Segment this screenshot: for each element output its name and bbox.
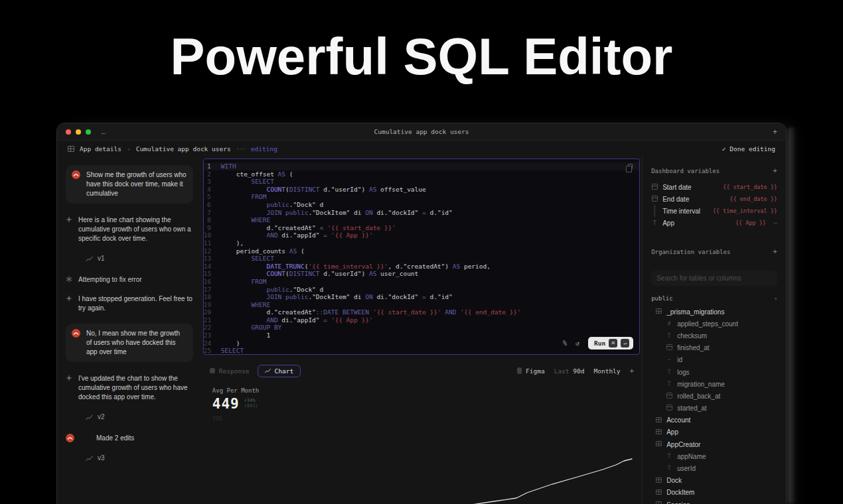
chat-text: Attempting to fix error [78, 275, 142, 284]
code-token: ) [221, 340, 240, 347]
schema-public-header[interactable]: public ▾ [651, 295, 777, 302]
schema-table-row[interactable]: Dock [651, 475, 777, 487]
code-line[interactable]: 11 ), [204, 239, 639, 247]
code-area[interactable]: 1WITH2 cte_offset AS (3 SELECT4 COUNT(DI… [204, 159, 639, 355]
schema-column-row[interactable]: TuserId [651, 462, 777, 474]
code-line[interactable]: 18 JOIN public."DockItem" di ON di."dock… [204, 293, 639, 301]
variable-more-icon[interactable]: ··· [773, 220, 777, 226]
tab-chart[interactable]: Chart [258, 365, 301, 377]
code-token: AS [278, 170, 285, 178]
code-line[interactable]: 22 GROUP BY [204, 324, 639, 332]
code-line[interactable]: 20 d."createdAt"::DATE BETWEEN '{{ start… [204, 308, 639, 316]
variable-row[interactable]: TApp{{ App }}··· [651, 217, 777, 229]
line-number: 9 [204, 224, 221, 232]
code-token: ."DockItem" di [308, 209, 365, 217]
code-line[interactable]: 21 AND di."appId" = '{{ App }}' [204, 316, 639, 324]
code-line[interactable]: 8 WHERE [204, 216, 639, 224]
minimize-window-button[interactable] [76, 129, 81, 135]
code-line[interactable]: 14 DATE_TRUNC('{{ time_interval }}', d."… [204, 263, 639, 271]
code-token: ON [365, 293, 372, 301]
table-icon [656, 308, 662, 314]
user-avatar-icon [72, 329, 80, 338]
run-button[interactable]: Run ⌘ ↵ [588, 337, 633, 349]
breadcrumb-query-name[interactable]: Cumulative app dock users [136, 145, 231, 153]
add-dashboard-variable-button[interactable]: + [773, 166, 777, 175]
copy-icon[interactable] [628, 164, 633, 169]
schema-item-label: App [666, 428, 678, 436]
interval-select[interactable]: Monthly [594, 367, 621, 375]
text-type-icon: T [666, 454, 672, 460]
chat-item-version[interactable]: v3 [86, 454, 193, 463]
add-view-button[interactable]: + [630, 367, 635, 375]
schema-table-row[interactable]: Account [651, 414, 777, 426]
schema-table-row[interactable]: AppCreator [651, 438, 777, 450]
code-token: ( [297, 247, 304, 255]
add-organization-variable-button[interactable]: + [773, 247, 777, 256]
schema-table-row[interactable]: DockItem [651, 487, 777, 499]
new-tab-button[interactable]: + [773, 127, 777, 137]
code-token: DISTINCT [289, 270, 320, 278]
tab-response[interactable]: Response [210, 367, 250, 375]
chat-text: I've updated the chart to show the cumul… [78, 374, 193, 402]
schema-search-input[interactable] [656, 275, 772, 282]
chat-text: Here is a line chart showing the cumulat… [78, 216, 193, 243]
line-number: 16 [204, 278, 221, 286]
schema-column-row[interactable]: Tchecksum [651, 330, 777, 342]
schema-column-row[interactable]: Tmigration_name [651, 378, 777, 390]
code-token [221, 270, 267, 278]
chat-item-version[interactable]: v2 [86, 412, 193, 422]
figma-toggle[interactable]: Figma [517, 367, 545, 375]
schema-column-row[interactable]: rolled_back_at [651, 390, 777, 402]
chat-item-version[interactable]: v1 [86, 254, 193, 263]
code-line[interactable]: 16 FROM [204, 278, 639, 286]
code-line[interactable]: 7 JOIN public."DockItem" di ON di."dockI… [204, 209, 639, 217]
schema-column-row[interactable]: finished_at [651, 342, 777, 354]
code-token: di."appId" [278, 316, 324, 324]
schema-column-row[interactable]: started_at [651, 403, 777, 414]
code-token: d."userId") [320, 186, 369, 194]
code-token: WHERE [221, 216, 270, 224]
close-window-button[interactable] [66, 129, 71, 135]
schema-table-row[interactable]: Session [651, 499, 777, 504]
history-icon[interactable]: ↺ [575, 340, 579, 347]
code-line[interactable]: 6 public."Dock" d [204, 201, 639, 209]
done-editing-button[interactable]: ✓ Done editing [722, 145, 775, 153]
code-line[interactable]: 15 COUNT(DISTINCT d."userId") AS user_co… [204, 270, 639, 278]
schema-search[interactable] [651, 271, 777, 286]
code-line[interactable]: 2 cte_offset AS ( [204, 170, 639, 178]
back-icon[interactable]: ← [100, 128, 108, 136]
schema-column-row[interactable]: –id [651, 354, 777, 366]
breadcrumb-more-icon[interactable]: ··· [236, 145, 246, 153]
code-token: SELECT [221, 178, 274, 186]
code-line[interactable]: 3 SELECT [204, 178, 639, 186]
schema-column-row[interactable]: TappName [651, 450, 777, 462]
line-number: 8 [204, 216, 221, 224]
right-panel: Dashboard variables + Start date{{ start… [642, 157, 786, 504]
code-line[interactable]: 12 period_counts AS ( [204, 247, 639, 255]
range-select[interactable]: Last 90d [554, 367, 585, 375]
schema-table-row[interactable]: App [651, 426, 777, 438]
variable-label: End date [662, 196, 689, 203]
code-line[interactable]: 5 FROM [204, 193, 639, 201]
code-line[interactable]: 19 WHERE [204, 301, 639, 309]
maximize-window-button[interactable] [86, 129, 91, 135]
page-title: Powerful SQL Editor [0, 27, 843, 87]
code-line[interactable]: 4 COUNT(DISTINCT d."userId") AS offset_v… [204, 186, 639, 194]
schema-column-row[interactable]: Tlogs [651, 366, 777, 378]
code-line[interactable]: 13 SELECT [204, 255, 639, 263]
schema-column-row[interactable]: #applied_steps_count [651, 318, 777, 330]
code-token: JOIN [266, 209, 281, 217]
code-line[interactable]: 9 d."createdAt" < '{{ start_date }}' [204, 224, 639, 232]
variable-row[interactable]: Start date{{ start_date }} [651, 181, 777, 193]
format-icon[interactable]: % [563, 340, 567, 347]
code-line[interactable]: 17 public."Dock" d [204, 286, 639, 294]
code-token [221, 293, 267, 301]
variable-row[interactable]: End date{{ end_date }} [651, 193, 777, 205]
variable-row[interactable]: | |Time interval{{ time_interval }} [651, 205, 777, 217]
code-token: period, [460, 263, 491, 271]
code-line[interactable]: 1WITH [204, 162, 639, 170]
schema-table-row[interactable]: _prisma_migrations [651, 306, 777, 318]
code-line[interactable]: 10 AND di."appId" = '{{ App }}' [204, 231, 639, 239]
sql-editor[interactable]: 1WITH2 cte_offset AS (3 SELECT4 COUNT(DI… [203, 158, 640, 355]
breadcrumb-app-details[interactable]: App details [80, 145, 121, 153]
